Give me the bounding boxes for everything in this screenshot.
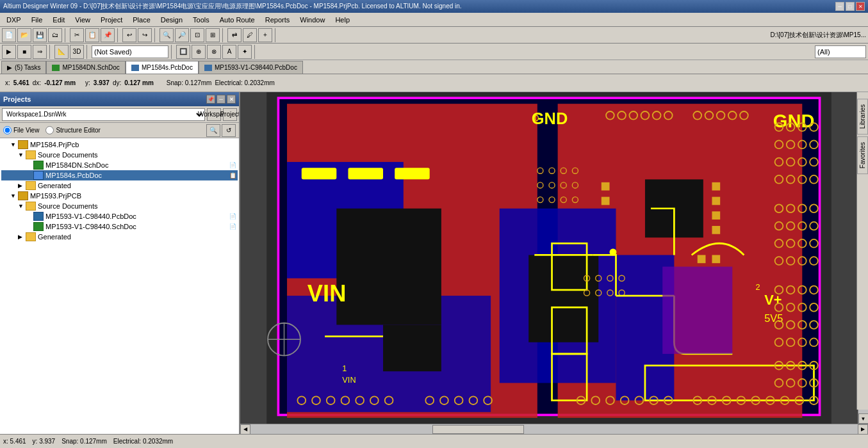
maximize-button[interactable]: □ — [846, 2, 855, 11]
folder-icon-4 — [26, 232, 36, 241]
scroll-down-button[interactable]: ▼ — [858, 413, 869, 424]
menu-window[interactable]: Window — [295, 15, 330, 25]
statusbar: x: 5.461 y: 3.937 Snap: 0.127mm Electric… — [0, 434, 868, 448]
menu-reports[interactable]: Reports — [260, 15, 295, 25]
workspace-button[interactable]: Workspace — [207, 108, 221, 121]
favorites-tab[interactable]: Favorites — [857, 136, 868, 174]
canvas-row: GND GND VIN V+ 5V5 0 1 VIN — [240, 92, 868, 424]
path-display: D:\[07]技术创新\设计资源\MP15... — [771, 31, 866, 40]
electrical-label: Electrical: 0.2032mm — [215, 79, 274, 86]
libraries-tab[interactable]: Libraries — [857, 99, 868, 134]
tb-highlight[interactable]: 🖊 — [243, 28, 257, 42]
panel-minimize[interactable]: ─ — [217, 95, 225, 104]
svg-text:GND: GND — [773, 111, 815, 131]
svg-text:2: 2 — [756, 282, 760, 292]
tb-zoom-sel[interactable]: ⊞ — [206, 28, 220, 42]
menu-file[interactable]: File — [26, 15, 48, 25]
tree-item-mp1593-proj[interactable]: ▼ MP1593.PrjPCB — [1, 191, 238, 201]
panel-filter-btn[interactable]: 🔍 — [206, 124, 220, 137]
tb-paste[interactable]: 📌 — [101, 28, 115, 42]
doc-tab-pcb2[interactable]: MP1593-V1-C98440.PcbDoc — [199, 61, 303, 74]
menu-dxp[interactable]: DXP — [1, 15, 26, 25]
pcb1-icon — [131, 65, 139, 71]
panel-pin[interactable]: 📌 — [206, 95, 215, 104]
tree-item-mp1584s[interactable]: MP1584s.PcbDoc 📋 — [1, 170, 238, 180]
tb2-btn3[interactable]: ⊗ — [207, 45, 221, 59]
file-view-radio[interactable] — [3, 126, 12, 134]
tb-interactive-router[interactable]: ⇄ — [227, 28, 242, 42]
tree-item-generated-1[interactable]: ▶ Generated — [1, 180, 238, 191]
svg-rect-151 — [712, 255, 720, 263]
svg-point-156 — [610, 248, 617, 255]
layer-filter-input[interactable] — [815, 45, 866, 58]
tb2-btn1[interactable]: 🔲 — [176, 45, 190, 59]
panel-close[interactable]: ✕ — [227, 95, 236, 104]
tb2-measure[interactable]: 📐 — [54, 45, 69, 59]
status-input[interactable] — [92, 45, 168, 58]
menu-edit[interactable]: Edit — [47, 15, 70, 25]
toolbar1: 📄 📂 💾 🗂 ✂ 📋 📌 ↩ ↪ 🔍 🔎 ⊡ ⊞ ⇄ 🖊 + D:\[07]技… — [0, 27, 868, 44]
scroll-left-button[interactable]: ◀ — [240, 424, 250, 435]
close-button[interactable]: ✕ — [856, 2, 865, 11]
tree-item-source-docs-1[interactable]: ▼ Source Documents — [1, 150, 238, 160]
tb2-step[interactable]: ⇒ — [33, 45, 47, 59]
svg-rect-148 — [712, 211, 720, 220]
tb-undo[interactable]: ↩ — [122, 28, 136, 42]
structure-editor-label[interactable]: Structure Editor — [45, 126, 100, 134]
menu-tools[interactable]: Tools — [188, 15, 215, 25]
h-scroll-track[interactable] — [250, 424, 858, 435]
tb-open[interactable]: 📂 — [17, 28, 31, 42]
tb2-stop[interactable]: ■ — [17, 45, 31, 59]
tb2-btn5[interactable]: ✦ — [238, 45, 252, 59]
canvas-with-scrolls: GND GND VIN V+ 5V5 0 1 VIN — [240, 92, 868, 434]
tasks-expand: ▶ — [7, 64, 12, 71]
status-y: y: 3.937 — [33, 438, 56, 445]
tb-new[interactable]: 📄 — [2, 28, 16, 42]
structure-editor-radio[interactable] — [45, 126, 54, 134]
tree-item-generated-2[interactable]: ▶ Generated — [1, 232, 238, 242]
tb-cross-probe[interactable]: + — [258, 28, 272, 42]
doc-badge-1: 📄 — [229, 162, 236, 168]
minimize-button[interactable]: ─ — [835, 2, 844, 11]
menu-design[interactable]: Design — [156, 15, 188, 25]
tb-zoom-fit[interactable]: ⊡ — [190, 28, 204, 42]
tb-save-all[interactable]: 🗂 — [48, 28, 62, 42]
menu-view[interactable]: View — [70, 15, 95, 25]
tb-zoom-in[interactable]: 🔍 — [160, 28, 174, 42]
tb-cut[interactable]: ✂ — [70, 28, 84, 42]
folder-icon-1 — [26, 150, 36, 159]
tree-item-mp1584dn[interactable]: MP1584DN.SchDoc 📄 — [1, 160, 238, 170]
scroll-right-button[interactable]: ▶ — [858, 424, 868, 435]
tree-item-mp1593-pcb[interactable]: MP1593-V1-C98440.PcbDoc 📄 — [1, 211, 238, 221]
doc-tab-schematics[interactable]: MP1584DN.SchDoc — [46, 61, 125, 74]
tree-item-mp1584-proj[interactable]: ▼ MP1584.PrjPcb — [1, 140, 238, 150]
tb2-btn2[interactable]: ⊕ — [192, 45, 206, 59]
tb-zoom-out[interactable]: 🔎 — [175, 28, 189, 42]
tb-redo[interactable]: ↪ — [138, 28, 152, 42]
tasks-tab[interactable]: ▶ (5) Tasks — [1, 61, 46, 74]
tb2-3d[interactable]: 3D — [70, 45, 84, 59]
doc-tab-pcb1[interactable]: MP1584s.PcbDoc — [126, 61, 199, 74]
status-electrical: Electrical: 0.2032mm — [113, 438, 173, 445]
tree-item-mp1593-sch[interactable]: MP1593-V1-C98440.SchDoc 📄 — [1, 221, 238, 232]
tree-item-source-docs-2[interactable]: ▼ Source Documents — [1, 201, 238, 211]
tb2-sep-3 — [171, 45, 174, 59]
menu-project[interactable]: Project — [95, 15, 127, 25]
main-area: Projects 📌 ─ ✕ Workspace1.DsnWrk Workspa… — [0, 92, 868, 434]
file-view-label[interactable]: File View — [3, 126, 39, 134]
svg-rect-155 — [662, 267, 732, 354]
pcb-canvas[interactable]: GND GND VIN V+ 5V5 0 1 VIN — [240, 92, 858, 424]
menu-autoroute[interactable]: Auto Route — [215, 15, 260, 25]
tb2-btn4[interactable]: A — [222, 45, 236, 59]
tb-save[interactable]: 💾 — [33, 28, 47, 42]
tb2-run[interactable]: ▶ — [2, 45, 16, 59]
project-button[interactable]: Project — [223, 108, 237, 121]
menu-help[interactable]: Help — [330, 15, 355, 25]
toolbar-sep-3 — [154, 28, 157, 42]
menu-place[interactable]: Place — [127, 15, 156, 25]
h-scroll-thumb[interactable] — [432, 425, 523, 434]
tab-schematics-label: MP1584DN.SchDoc — [62, 64, 119, 71]
tb-copy[interactable]: 📋 — [85, 28, 99, 42]
panel-refresh-btn[interactable]: ↺ — [222, 124, 236, 137]
workspace-dropdown[interactable]: Workspace1.DsnWrk — [2, 108, 205, 121]
